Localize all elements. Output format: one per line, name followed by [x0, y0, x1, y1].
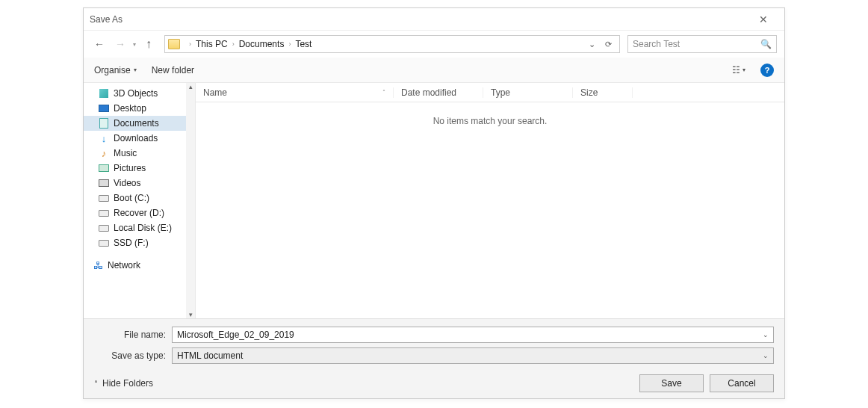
- tree-label: Local Disk (E:): [114, 223, 172, 233]
- tree-label: Recover (D:): [114, 208, 164, 218]
- column-headers: Name ˄ Date modified Type Size: [196, 83, 784, 102]
- save-as-dialog: Save As ✕ ← → ▾ ↑ › This PC › Documents …: [83, 7, 785, 399]
- chevron-right-icon: ›: [189, 40, 191, 48]
- chevron-right-icon: ›: [232, 40, 235, 48]
- tree-item-pictures[interactable]: Pictures: [84, 161, 195, 176]
- new-folder-button[interactable]: New folder: [152, 65, 194, 75]
- music-icon: ♪: [99, 148, 109, 158]
- column-header-type[interactable]: Type: [483, 87, 573, 98]
- up-arrow-icon[interactable]: ↑: [140, 36, 157, 52]
- breadcrumb-segment[interactable]: Test: [295, 39, 311, 49]
- tree-label: Network: [108, 260, 140, 271]
- save-button[interactable]: Save: [639, 374, 704, 392]
- tree-item-downloads[interactable]: ↓Downloads: [84, 131, 195, 146]
- bottom-bar: ˄ Hide Folders Save Cancel: [84, 368, 784, 398]
- folder-tree[interactable]: 3D Objects Desktop Documents ↓Downloads …: [84, 83, 196, 318]
- chevron-right-icon: ›: [288, 40, 291, 48]
- chevron-down-icon[interactable]: ⌄: [763, 352, 769, 359]
- forward-arrow-icon[interactable]: →: [112, 36, 128, 52]
- address-dropdown-icon[interactable]: ⌄: [583, 40, 600, 49]
- tree-item-local-disk[interactable]: Local Disk (E:): [84, 220, 195, 235]
- search-placeholder: Search Test: [633, 39, 680, 49]
- tree-item-ssd[interactable]: SSD (F:): [84, 235, 195, 250]
- tree-item-desktop[interactable]: Desktop: [84, 101, 195, 116]
- tree-item-videos[interactable]: Videos: [84, 176, 195, 191]
- chevron-down-icon[interactable]: ⌄: [763, 331, 769, 339]
- video-icon: [99, 178, 109, 188]
- filename-value: Microsoft_Edge_02_09_2019: [177, 330, 294, 340]
- tree-item-network[interactable]: 🖧Network: [84, 258, 195, 273]
- sort-caret-icon: ˄: [382, 89, 385, 96]
- tree-label: Documents: [114, 118, 159, 129]
- breadcrumb-segment[interactable]: This PC: [196, 39, 228, 49]
- column-header-size[interactable]: Size: [573, 87, 633, 98]
- scroll-up-icon[interactable]: ▴: [189, 83, 193, 90]
- filetype-label: Save as type:: [94, 350, 166, 361]
- cube-icon: [99, 88, 109, 99]
- drive-icon: [99, 208, 109, 218]
- drive-icon: [99, 193, 109, 203]
- refresh-icon[interactable]: ⟳: [600, 40, 616, 49]
- column-header-date[interactable]: Date modified: [394, 87, 483, 98]
- drive-icon: [99, 223, 109, 233]
- tree-label: 3D Objects: [114, 88, 158, 99]
- tree-item-recover[interactable]: Recover (D:): [84, 205, 195, 220]
- chevron-down-icon: ▾: [743, 67, 745, 73]
- tree-item-documents[interactable]: Documents: [84, 116, 195, 131]
- view-options-button[interactable]: ☷ ▾: [732, 65, 745, 75]
- body-area: 3D Objects Desktop Documents ↓Downloads …: [84, 83, 784, 318]
- help-icon[interactable]: ?: [760, 64, 774, 77]
- tree-item-boot[interactable]: Boot (C:): [84, 191, 195, 205]
- toolbar: Organise ▾ New folder ☷ ▾ ?: [84, 58, 784, 83]
- tree-label: Pictures: [114, 163, 146, 173]
- address-bar[interactable]: › This PC › Documents › Test ⌄ ⟳: [164, 35, 620, 53]
- column-header-name[interactable]: Name ˄: [196, 87, 394, 98]
- chevron-up-icon: ˄: [94, 380, 98, 388]
- tree-label: Boot (C:): [114, 193, 149, 203]
- folder-icon: [168, 39, 180, 49]
- filetype-select[interactable]: HTML document ⌄: [172, 347, 774, 364]
- new-folder-label: New folder: [152, 65, 194, 75]
- tree-scrollbar[interactable]: ▴ ▾: [186, 83, 195, 318]
- cancel-button[interactable]: Cancel: [710, 374, 774, 392]
- organise-button[interactable]: Organise ▾: [94, 65, 137, 75]
- navbar: ← → ▾ ↑ › This PC › Documents › Test ⌄ ⟳…: [84, 31, 784, 58]
- search-icon: 🔍: [760, 39, 772, 49]
- filename-input[interactable]: Microsoft_Edge_02_09_2019 ⌄: [172, 327, 774, 343]
- file-list-area: Name ˄ Date modified Type Size No items …: [196, 83, 784, 318]
- view-icon: ☷: [732, 65, 740, 75]
- network-icon: 🖧: [93, 260, 103, 271]
- close-icon[interactable]: ✕: [748, 13, 778, 25]
- tree-item-music[interactable]: ♪Music: [84, 146, 195, 161]
- tree-label: Music: [114, 148, 137, 158]
- breadcrumb-segment[interactable]: Documents: [239, 39, 285, 49]
- desktop-icon: [99, 103, 109, 114]
- save-fields: File name: Microsoft_Edge_02_09_2019 ⌄ S…: [84, 318, 784, 368]
- back-arrow-icon[interactable]: ←: [91, 36, 108, 52]
- organise-label: Organise: [94, 65, 131, 75]
- scroll-down-icon[interactable]: ▾: [189, 311, 193, 318]
- tree-label: SSD (F:): [114, 238, 149, 248]
- hide-folders-label: Hide Folders: [102, 378, 153, 389]
- search-input[interactable]: Search Test 🔍: [627, 35, 777, 53]
- titlebar: Save As ✕: [84, 8, 784, 31]
- filetype-value: HTML document: [177, 350, 243, 361]
- drive-icon: [99, 238, 109, 248]
- document-icon: [99, 118, 109, 129]
- filename-label: File name:: [94, 330, 166, 340]
- tree-label: Downloads: [114, 133, 158, 143]
- empty-list-message: No items match your search.: [196, 102, 784, 126]
- chevron-down-icon: ▾: [134, 67, 137, 73]
- tree-label: Desktop: [114, 103, 146, 114]
- hide-folders-button[interactable]: ˄ Hide Folders: [94, 378, 153, 389]
- history-caret-icon[interactable]: ▾: [133, 41, 136, 48]
- window-title: Save As: [90, 14, 123, 25]
- tree-item-3d-objects[interactable]: 3D Objects: [84, 86, 195, 101]
- tree-label: Videos: [114, 178, 140, 188]
- picture-icon: [99, 163, 109, 173]
- download-icon: ↓: [99, 133, 109, 143]
